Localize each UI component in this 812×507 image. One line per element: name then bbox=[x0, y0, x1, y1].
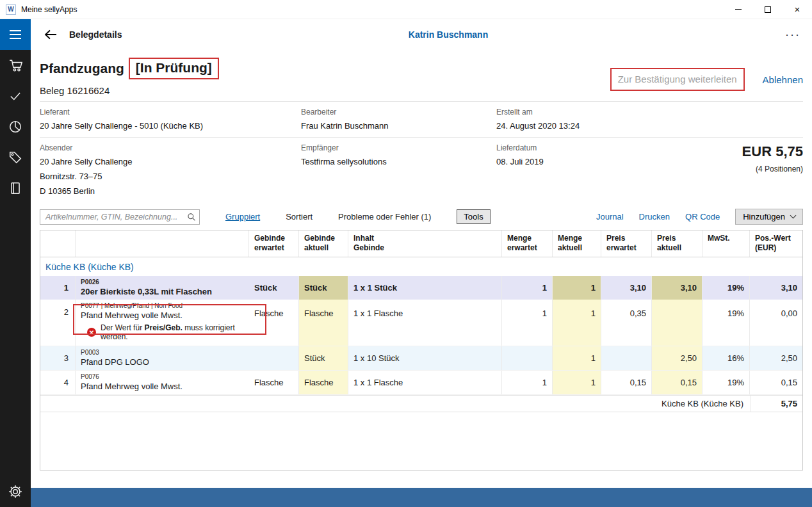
header-rownum bbox=[40, 230, 76, 257]
user-name-link[interactable]: Katrin Buschmann bbox=[85, 29, 812, 40]
supplier-label: Lieferant bbox=[40, 108, 301, 117]
mwst-cell: 19% bbox=[702, 300, 750, 346]
sidebar-item-menu[interactable] bbox=[0, 19, 31, 50]
preis-erwartet-cell: 3,10 bbox=[601, 276, 652, 300]
print-link[interactable]: Drucken bbox=[639, 212, 670, 221]
sidebar-item-statistics[interactable] bbox=[0, 111, 31, 142]
document-number: Beleg 16216624 bbox=[40, 85, 219, 96]
menge-aktuell-cell[interactable]: 1 bbox=[553, 346, 601, 370]
window-title: Meine sellyApps bbox=[21, 5, 77, 14]
gebinde-aktuell-cell[interactable]: Stück bbox=[299, 276, 348, 300]
tools-button[interactable]: Tools bbox=[457, 209, 490, 224]
preis-aktuell-cell[interactable]: 3,10 bbox=[652, 276, 702, 300]
group-header: Küche KB (Küche KB) bbox=[40, 257, 802, 276]
grouped-toggle[interactable]: Gruppiert bbox=[225, 212, 260, 221]
title-bar: W Meine sellyApps × bbox=[0, 0, 812, 19]
article-name: Pfand Mehrweg volle Mwst. bbox=[81, 310, 244, 320]
preis-erwartet-cell bbox=[601, 346, 652, 370]
positions-table: Gebinde erwartet Gebinde aktuell Inhalt … bbox=[40, 230, 803, 471]
inhalt-gebinde-cell: 1 x 1 Stück bbox=[348, 276, 502, 300]
inhalt-gebinde-cell: 1 x 1 Flasche bbox=[348, 300, 502, 346]
header-preis-aktuell: Preis aktuell bbox=[652, 230, 702, 257]
search-input[interactable] bbox=[40, 209, 200, 225]
article-code: P0076 bbox=[81, 373, 244, 380]
article-cell: P0026 20er Bierkiste 0,33L mit Flaschen bbox=[76, 276, 249, 300]
menge-aktuell-cell[interactable]: 1 bbox=[553, 300, 601, 346]
header-menge-erwartet: Menge erwartet bbox=[502, 230, 553, 257]
sidebar-item-pricing[interactable] bbox=[0, 142, 31, 173]
preis-erwartet-cell: 0,15 bbox=[601, 371, 652, 394]
gebinde-aktuell-cell[interactable]: Flasche bbox=[299, 371, 348, 394]
minimize-icon bbox=[735, 9, 742, 10]
gebinde-erwartet-cell: Flasche bbox=[249, 371, 299, 394]
minimize-button[interactable] bbox=[724, 0, 753, 19]
preis-aktuell-cell[interactable]: 2,50 bbox=[652, 346, 702, 370]
article-name: Pfand DPG LOGO bbox=[81, 357, 244, 367]
header-pos-wert: Pos.-Wert (EUR) bbox=[750, 230, 802, 257]
gebinde-erwartet-cell: Flasche bbox=[249, 300, 299, 346]
table-row[interactable]: 2 P0077 | Mehrweg/Pfand | Non Food Pfand… bbox=[40, 300, 802, 346]
row-number: 4 bbox=[40, 371, 76, 394]
menge-aktuell-cell[interactable]: 1 bbox=[553, 276, 601, 300]
preis-aktuell-cell[interactable] bbox=[652, 300, 702, 346]
back-button[interactable] bbox=[40, 24, 61, 45]
sidebar-nav bbox=[0, 19, 31, 507]
chevron-down-icon bbox=[790, 213, 797, 219]
problems-filter[interactable]: Probleme oder Fehler (1) bbox=[338, 212, 431, 221]
gebinde-aktuell-cell[interactable]: Stück bbox=[299, 346, 348, 370]
article-cell: P0003 Pfand DPG LOGO bbox=[76, 346, 249, 370]
created-label: Erstellt am bbox=[496, 108, 669, 117]
table-row[interactable]: 1 P0026 20er Bierkiste 0,33L mit Flasche… bbox=[40, 276, 802, 300]
sorted-toggle[interactable]: Sortiert bbox=[286, 212, 313, 221]
preis-erwartet-cell: 0,35 bbox=[601, 300, 652, 346]
created-value: 24. August 2020 13:24 bbox=[496, 121, 669, 131]
close-button[interactable]: × bbox=[783, 0, 812, 19]
header-menge-aktuell: Menge aktuell bbox=[553, 230, 601, 257]
tag-icon bbox=[8, 150, 22, 165]
info-section-bottom: Absender 20 Jahre Selly Challenge Bornit… bbox=[40, 137, 803, 202]
table-row[interactable]: 3 P0003 Pfand DPG LOGO Stück 1 x 10 Stüc… bbox=[40, 346, 802, 371]
menge-aktuell-cell[interactable]: 1 bbox=[553, 371, 601, 394]
reject-button[interactable]: Ablehnen bbox=[763, 74, 803, 85]
sidebar-item-tasks[interactable] bbox=[0, 81, 31, 111]
pos-wert-cell: 3,10 bbox=[750, 276, 802, 300]
delivery-date-value: 08. Juli 2019 bbox=[496, 157, 669, 166]
add-dropdown-button[interactable]: Hinzufügen bbox=[735, 209, 803, 225]
forward-for-approval-button[interactable]: Zur Bestätigung weiterleiten bbox=[618, 74, 737, 84]
header-preis-erwartet: Preis erwartet bbox=[601, 230, 652, 257]
pos-wert-cell: 0,00 bbox=[750, 300, 802, 346]
journal-link[interactable]: Journal bbox=[596, 212, 624, 221]
pie-chart-icon bbox=[8, 120, 22, 134]
article-cell: P0077 | Mehrweg/Pfand | Non Food Pfand M… bbox=[76, 300, 249, 346]
sidebar-item-orders[interactable] bbox=[0, 50, 31, 81]
inhalt-gebinde-cell: 1 x 1 Flasche bbox=[348, 371, 502, 394]
cart-icon bbox=[8, 58, 22, 72]
sidebar-item-catalog[interactable] bbox=[0, 173, 31, 204]
pos-wert-cell: 2,50 bbox=[750, 346, 802, 370]
editor-value: Frau Katrin Buschmann bbox=[301, 121, 496, 131]
delivery-date-label: Lieferdatum bbox=[496, 143, 669, 152]
row-number: 2 bbox=[40, 300, 76, 346]
mwst-cell: 16% bbox=[702, 346, 750, 370]
qr-code-link[interactable]: QR Code bbox=[685, 212, 720, 221]
maximize-button[interactable] bbox=[753, 0, 783, 19]
menge-erwartet-cell bbox=[502, 346, 553, 370]
menge-erwartet-cell: 1 bbox=[502, 300, 553, 346]
row-number: 1 bbox=[40, 276, 76, 300]
close-icon: × bbox=[795, 4, 800, 14]
recipient-value: Testfirma sellysolutions bbox=[301, 157, 496, 166]
sidebar-item-settings[interactable] bbox=[0, 476, 31, 507]
pos-wert-cell: 0,15 bbox=[750, 371, 802, 394]
article-code: P0077 | Mehrweg/Pfand | Non Food bbox=[81, 302, 244, 309]
group-footer-label: Küche KB (Küche KB) bbox=[40, 396, 750, 412]
inhalt-gebinde-cell: 1 x 10 Stück bbox=[348, 346, 502, 370]
book-icon bbox=[8, 181, 22, 195]
annotation-box-status: [In Prüfung] bbox=[129, 58, 219, 79]
maximize-icon bbox=[765, 6, 771, 13]
header-inhalt-gebinde: Inhalt Gebinde bbox=[348, 230, 502, 257]
gebinde-aktuell-cell[interactable]: Flasche bbox=[299, 300, 348, 346]
article-code: P0026 bbox=[81, 278, 244, 286]
menge-erwartet-cell: 1 bbox=[502, 371, 553, 394]
preis-aktuell-cell[interactable]: 0,15 bbox=[652, 371, 702, 394]
table-row[interactable]: 4 P0076 Pfand Mehrweg volle Mwst. Flasch… bbox=[40, 371, 802, 395]
